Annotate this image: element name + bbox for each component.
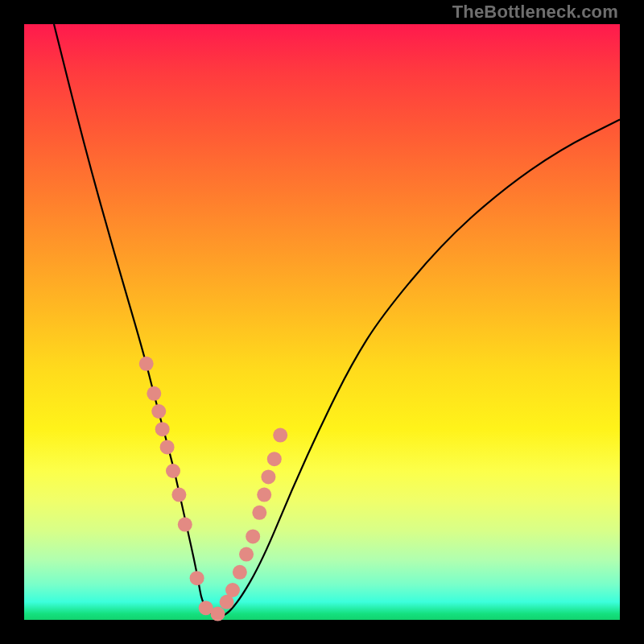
highlight-marker: [178, 518, 192, 532]
highlight-marker: [273, 428, 287, 443]
highlight-marker: [151, 404, 166, 419]
highlight-marker: [166, 464, 180, 478]
highlight-marker: [246, 529, 260, 543]
highlight-marker: [147, 386, 161, 401]
highlight-marker: [257, 488, 271, 502]
highlight-marker: [239, 547, 254, 562]
curve-line-group: [54, 24, 620, 617]
highlight-marker: [139, 357, 154, 371]
highlight-marker: [155, 422, 170, 436]
highlight-marker: [225, 583, 240, 597]
highlight-marker: [267, 452, 282, 466]
highlight-marker: [233, 565, 247, 580]
watermark-text: TheBottleneck.com: [452, 2, 618, 23]
highlight-marker: [190, 571, 204, 585]
bottleneck-curve: [54, 24, 620, 617]
highlight-marker: [160, 440, 175, 454]
highlight-marker: [171, 488, 186, 502]
highlight-markers-group: [139, 357, 288, 621]
highlight-marker: [211, 607, 225, 621]
highlight-marker: [261, 469, 275, 484]
chart-frame: TheBottleneck.com: [0, 0, 644, 644]
highlight-marker: [252, 506, 266, 520]
curve-svg: [24, 24, 620, 620]
